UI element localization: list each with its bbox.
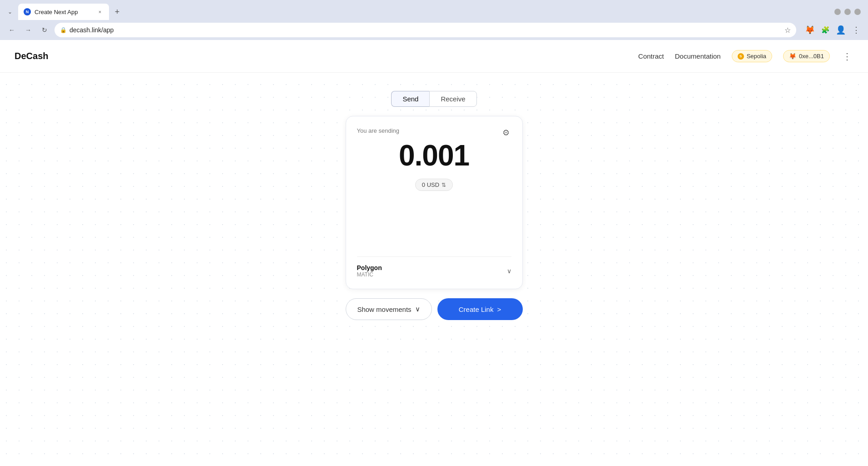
show-movements-button[interactable]: Show movements ∨: [346, 298, 432, 320]
new-tab-button[interactable]: +: [111, 5, 124, 18]
window-minimize-button[interactable]: [834, 9, 841, 15]
app-navbar: DeCash Contract Documentation S Sepolia …: [0, 40, 868, 73]
gear-icon: ⚙: [502, 128, 510, 138]
show-movements-label: Show movements: [357, 306, 411, 313]
show-movements-chevron-icon: ∨: [415, 305, 420, 313]
network-selector[interactable]: Polygon MATIC ∨: [357, 256, 511, 278]
tab-send[interactable]: Send: [391, 91, 429, 107]
refresh-button[interactable]: ↻: [38, 24, 51, 36]
tab-group-arrow[interactable]: ⌄: [4, 5, 16, 18]
network-chevron-icon: ∨: [507, 267, 511, 275]
card-sending-label: You are sending: [357, 127, 511, 134]
action-buttons: Show movements ∨ Create Link >: [346, 298, 523, 320]
nav-link-contract[interactable]: Contract: [638, 52, 664, 60]
swap-currency-icon: ⇅: [441, 182, 446, 188]
create-link-button[interactable]: Create Link >: [437, 298, 523, 320]
forward-button[interactable]: →: [22, 24, 35, 36]
profile-icon[interactable]: 👤: [834, 24, 847, 36]
navbar-right: Contract Documentation S Sepolia 🦊 0xe..…: [638, 49, 853, 64]
tab-bar: ⌄ N Create Next App × +: [0, 0, 868, 20]
usd-badge: 0 USD ⇅: [357, 179, 511, 191]
address-input-wrap[interactable]: 🔒 decash.link/app ☆: [55, 23, 796, 37]
bookmark-icon[interactable]: ☆: [784, 26, 791, 35]
app-background: DeCash Contract Documentation S Sepolia …: [0, 40, 868, 466]
metamask-wallet-icon: 🦊: [789, 53, 796, 60]
metamask-extension-icon[interactable]: 🦊: [804, 24, 816, 36]
wallet-badge[interactable]: 🦊 0xe...0B1: [783, 50, 830, 62]
tab-switcher: Send Receive: [391, 91, 476, 107]
tab-favicon: N: [24, 8, 31, 15]
usd-value: 0 USD: [422, 181, 439, 188]
sepolia-badge[interactable]: S Sepolia: [732, 50, 772, 62]
app-logo: DeCash: [15, 51, 48, 61]
send-card: You are sending ⚙ 0.001 0 USD ⇅ Polygon …: [346, 116, 523, 289]
browser-toolbar-right: 🦊 🧩 👤 ⋮: [804, 24, 863, 36]
create-link-arrow-icon: >: [497, 306, 501, 313]
app-more-button[interactable]: ⋮: [841, 49, 853, 64]
browser-chrome: ⌄ N Create Next App × + ← → ↻ 🔒 decash.l…: [0, 0, 868, 40]
browser-more-icon[interactable]: ⋮: [850, 24, 863, 36]
wallet-address: 0xe...0B1: [799, 53, 824, 60]
extensions-icon[interactable]: 🧩: [819, 24, 832, 36]
window-controls: [834, 9, 864, 15]
tab-close-button[interactable]: ×: [96, 8, 104, 15]
usd-pill-button[interactable]: 0 USD ⇅: [415, 179, 453, 191]
network-token: MATIC: [357, 271, 382, 278]
gear-settings-button[interactable]: ⚙: [499, 125, 513, 140]
sepolia-label: Sepolia: [747, 53, 766, 60]
address-lock-icon: 🔒: [60, 27, 67, 33]
address-url[interactable]: decash.link/app: [69, 26, 782, 34]
amount-display: 0.001: [357, 140, 511, 171]
create-link-label: Create Link: [459, 306, 494, 313]
back-button[interactable]: ←: [5, 24, 18, 36]
tab-receive[interactable]: Receive: [429, 91, 476, 107]
address-bar: ← → ↻ 🔒 decash.link/app ☆ 🦊 🧩 👤 ⋮: [0, 20, 868, 40]
app-main: Send Receive You are sending ⚙ 0.001 0 U…: [0, 73, 868, 338]
network-name: Polygon: [357, 264, 382, 271]
browser-tab-active[interactable]: N Create Next App ×: [18, 4, 109, 20]
tab-title: Create Next App: [35, 9, 93, 15]
window-close-button[interactable]: [854, 9, 861, 15]
network-info: Polygon MATIC: [357, 264, 382, 278]
window-maximize-button[interactable]: [844, 9, 851, 15]
sepolia-icon: S: [738, 53, 744, 60]
card-spacer: [357, 202, 511, 256]
nav-link-documentation[interactable]: Documentation: [675, 52, 721, 60]
